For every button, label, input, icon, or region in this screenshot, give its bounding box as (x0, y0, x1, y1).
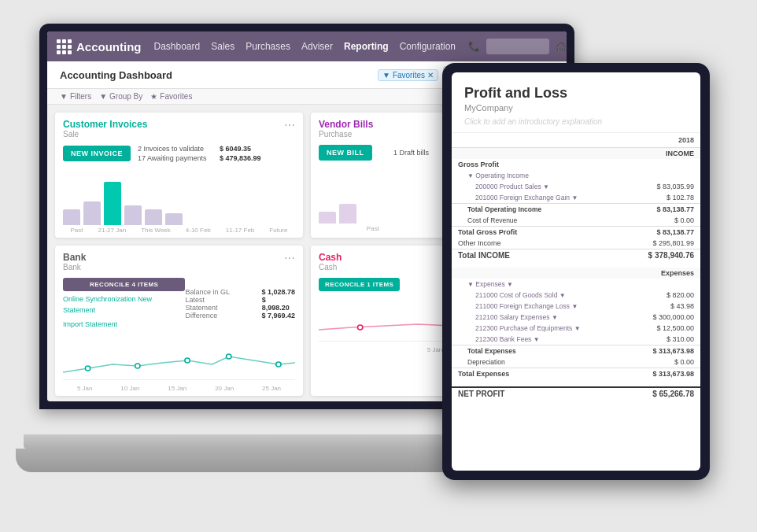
nav-dashboard[interactable]: Dashboard (154, 41, 201, 52)
spacer-row (452, 261, 700, 268)
remove-favorite-icon[interactable]: ✕ (427, 71, 434, 79)
customer-invoices-header: Customer Invoices Sale ⋯ (55, 113, 303, 142)
vendor-bills-title: Vendor Bills (319, 119, 373, 130)
tablet: Profit and Loss MyCompany Click to add a… (442, 63, 710, 480)
topbar-search-input[interactable] (486, 39, 549, 54)
bank-card-body: RECONCILE 4 ITEMS Online Synchronization… (55, 275, 303, 338)
net-profit-row: NET PROFIT $ 65,266.78 (452, 387, 700, 400)
total-income-row: Total INCOME $ 378,940.76 (452, 249, 700, 262)
pl-header: Profit and Loss MyCompany Click to add a… (452, 72, 700, 133)
nav-reporting[interactable]: Reporting (344, 41, 389, 52)
balance-row: Balance in GL $ 1,028.78 (185, 288, 295, 296)
topbar-right: 📞 🎧 ⚙ ✕ 👤 Administrator (468, 39, 567, 54)
pl-company: MyCompany (464, 103, 688, 113)
bank-card-menu[interactable]: ⋯ (284, 252, 295, 264)
col-label (452, 133, 625, 148)
favorites-tag[interactable]: ▼ Favorites ✕ (378, 69, 438, 81)
vendor-bills-subtitle: Purchase (319, 130, 373, 139)
invoices-awaiting-row: 17 Awaiting payments $ 479,836.99 (138, 154, 295, 162)
fx-loss-row: 211000 Foreign Exchange Loss ▼ $ 43.98 (452, 301, 700, 312)
new-invoice-button[interactable]: NEW INVOICE (63, 146, 131, 161)
svg-point-5 (358, 325, 363, 330)
bank-stats: Balance in GL $ 1,028.78 Latest Statemen… (185, 288, 295, 320)
app-name: Accounting (76, 40, 142, 54)
app-logo: Accounting (57, 39, 142, 54)
pl-content: 2018 INCOME Gross Profit (452, 133, 700, 437)
bank-fees-row: 212300 Bank Fees ▼ $ 310.00 (452, 334, 700, 345)
expenses-label-row: ▼ Expenses ▼ (452, 279, 700, 290)
operating-income-row: ▼ Operating Income (452, 170, 700, 181)
pl-intro[interactable]: Click to add an introductory explanation (464, 117, 688, 126)
statement-row: Latest Statement $ 8,998.20 (185, 296, 295, 312)
favorites-btn[interactable]: ★ Favorites (150, 92, 192, 101)
cost-revenue-row: Cost of Revenue $ 0.00 (452, 215, 700, 227)
gross-profit-row: Gross Profit (452, 159, 700, 170)
filter-icon: ▼ (60, 92, 68, 101)
svg-point-0 (85, 366, 90, 371)
bank-card-subtitle: Bank (63, 263, 86, 272)
difference-row: Difference $ 7,969.42 (185, 312, 295, 320)
tablet-screen: Profit and Loss MyCompany Click to add a… (452, 72, 700, 471)
total-expenses-row: Total Expenses $ 313,673.98 (452, 345, 700, 357)
filter-group: ▼ Filters ▼ Group By ★ Favorites (60, 92, 192, 101)
groupby-icon: ▼ (99, 92, 107, 101)
headset-icon: 🎧 (556, 42, 567, 52)
svg-point-1 (135, 364, 140, 368)
reconcile-cash-button[interactable]: RECONCILE 1 ITEMS (319, 278, 400, 291)
total-operating-row: Total Operating Income $ 83,138.77 (452, 204, 700, 216)
pl-table: 2018 INCOME Gross Profit (452, 133, 700, 400)
page-title: Accounting Dashboard (60, 69, 172, 81)
online-sync-link[interactable]: Online Synchronization New Statement (63, 294, 185, 316)
bank-card: Bank Bank ⋯ RECONCILE 4 ITEMS Online Syn… (55, 246, 303, 396)
bank-chart-labels: 5 Jan 10 Jan 15 Jan 20 Jan 25 Jan (55, 383, 303, 395)
customer-invoices-menu[interactable]: ⋯ (284, 119, 295, 131)
reconcile-button[interactable]: RECONCILE 4 ITEMS (63, 278, 185, 291)
nav-configuration[interactable]: Configuration (400, 41, 456, 52)
nav-adviser[interactable]: Adviser (301, 41, 333, 52)
bank-sparkline (63, 341, 295, 380)
filters-btn[interactable]: ▼ Filters (60, 92, 91, 101)
equipment-row: 212300 Purchase of Equipments ▼ $ 12,500… (452, 323, 700, 334)
svg-point-3 (227, 354, 231, 359)
income-section-row: INCOME (452, 148, 700, 160)
bank-card-title: Bank (63, 252, 86, 263)
import-statement-link[interactable]: Import Statement (63, 319, 185, 330)
group-by-btn[interactable]: ▼ Group By (99, 92, 142, 101)
customer-invoices-subtitle: Sale (63, 130, 147, 139)
cogs-row: 211000 Cost of Goods Sold ▼ $ 820.00 (452, 290, 700, 301)
pl-title: Profit and Loss (464, 85, 688, 102)
customer-invoices-actions: NEW INVOICE 2 Invoices to validate $ 604… (63, 142, 295, 165)
bank-links: RECONCILE 4 ITEMS Online Synchronization… (63, 278, 185, 330)
other-income-row: Other Income $ 295,801.99 (452, 238, 700, 249)
product-sales-row: 200000 Product Sales ▼ $ 83,035.99 (452, 181, 700, 192)
total-expenses-section-row: Total Expenses $ 313,673.98 (452, 368, 700, 380)
fx-gain-row: 201000 Foreign Exchange Gain ▼ $ 102.78 (452, 192, 700, 204)
customer-invoices-chart-labels: Past 21-27 Jan This Week 4-10 Feb 11-17 … (55, 225, 303, 237)
filter-icon: ▼ (382, 71, 390, 79)
customer-invoices-stats: 2 Invoices to validate $ 6049.35 17 Awai… (138, 145, 295, 162)
customer-invoices-chart (55, 170, 303, 225)
phone-icon: 📞 (468, 41, 480, 52)
star-icon: ★ (150, 92, 157, 101)
customer-invoices-title: Customer Invoices (63, 119, 147, 130)
new-bill-button[interactable]: NEW BILL (319, 145, 372, 161)
depreciation-row: Depreciation $ 0.00 (452, 357, 700, 368)
customer-invoices-body: NEW INVOICE 2 Invoices to validate $ 604… (55, 142, 303, 170)
nav-sales[interactable]: Sales (211, 41, 234, 52)
cash-card-subtitle: Cash (319, 263, 342, 272)
nav-purchases[interactable]: Purchases (246, 41, 290, 52)
salary-row: 212100 Salary Expenses ▼ $ 300,000.00 (452, 312, 700, 323)
grid-icon (57, 39, 72, 54)
top-navbar: Accounting Dashboard Sales Purchases Adv… (47, 31, 567, 61)
customer-invoices-card: Customer Invoices Sale ⋯ NEW INVOICE 2 I… (55, 113, 303, 238)
bank-actions: RECONCILE 4 ITEMS Online Synchronization… (63, 275, 295, 333)
bank-card-header: Bank Bank ⋯ (55, 246, 303, 275)
main-nav: Dashboard Sales Purchases Adviser Report… (154, 41, 456, 52)
total-gross-profit-row: Total Gross Profit $ 83,138.77 (452, 227, 700, 238)
expenses-header-row: Expenses (452, 268, 700, 279)
svg-point-2 (185, 358, 190, 363)
invoices-validate-row: 2 Invoices to validate $ 6049.35 (138, 145, 295, 153)
col-year: 2018 (625, 133, 700, 148)
cash-card-title: Cash (319, 252, 342, 263)
svg-point-4 (276, 362, 281, 367)
